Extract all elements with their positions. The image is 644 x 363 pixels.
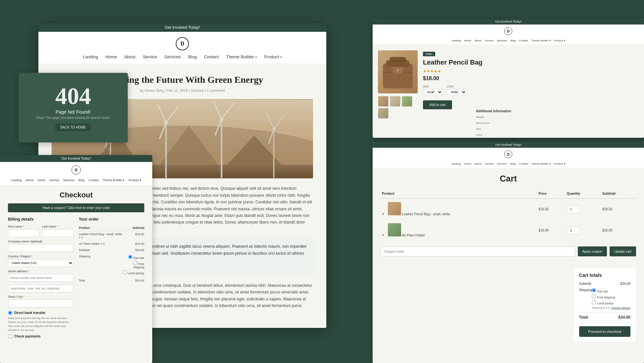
local-pickup-radio[interactable]	[122, 270, 127, 274]
order-shipping-label: Shipping	[79, 253, 122, 278]
proceed-to-checkout-button[interactable]: Proceed to checkout	[579, 326, 630, 337]
shipping-notice: Shipping to CA. Change address	[592, 306, 630, 309]
cart-header-quantity: Quantity	[566, 189, 601, 198]
nav-link-services[interactable]: Services	[164, 54, 181, 59]
nav-link-service[interactable]: Service	[143, 54, 157, 59]
product-nav-blog[interactable]: Blog	[510, 39, 516, 42]
cart-nav-landing[interactable]: Landing	[451, 162, 461, 165]
cart-item-2-subtotal: $16.00	[601, 220, 636, 241]
cart-table: Product Price Quantity Subtotal × Leathe…	[381, 189, 636, 241]
first-name-label: First name *	[8, 225, 39, 228]
order-table: Product Subtotal Leather Pencil Bag - sm…	[79, 225, 144, 284]
product-thumb-3[interactable]	[402, 96, 412, 107]
cart-nav-service[interactable]: Service	[485, 162, 494, 165]
product-thumb-1[interactable]	[378, 96, 389, 107]
cart-item-2-product: × Air Plant Holder	[381, 220, 537, 241]
nav-link-product[interactable]: Product ▾	[264, 54, 282, 59]
checkout-topbar: Get Involved Today!	[0, 155, 152, 162]
cart-nav-blog[interactable]: Blog	[510, 162, 516, 165]
update-cart-button[interactable]: Update cart	[610, 246, 636, 256]
cart-nav-home[interactable]: Home	[464, 162, 471, 165]
main-tagline: Get Involved Today!	[165, 25, 200, 30]
product-thumb-2[interactable]	[390, 96, 400, 107]
cart-local-pickup-radio[interactable]	[592, 300, 596, 304]
nav-link-blog[interactable]: Blog	[188, 54, 197, 59]
nav-link-about[interactable]: About	[124, 54, 135, 59]
checkout-grid: Billing details First name * Last name *…	[8, 217, 144, 338]
product-nav-contact[interactable]: Contact	[519, 39, 528, 42]
free-shipping-radio[interactable]	[133, 261, 137, 265]
nav-link-contact[interactable]: Contact	[204, 54, 219, 59]
cart-row-1: × Leather Pencil Bag - small, white $18.…	[381, 198, 636, 220]
svg-rect-28	[390, 57, 406, 62]
checkout-nav-service[interactable]: Service	[49, 179, 59, 182]
cart-item-1-name: Leather Pencil Bag - small, white	[402, 212, 450, 216]
apply-coupon-button[interactable]: Apply coupon	[578, 246, 607, 256]
back-to-home-button[interactable]: BACK TO HOME	[55, 124, 91, 131]
product-thumbnails	[378, 96, 418, 119]
checkout-nav-product[interactable]: Product ▾	[128, 179, 141, 182]
country-select[interactable]: United States (US)	[8, 259, 73, 267]
cart-qty-2-input[interactable]	[567, 227, 580, 234]
color-select[interactable]: white	[447, 89, 467, 95]
nav-link-landing[interactable]: Landing	[83, 54, 98, 59]
checkout-logo: D	[71, 165, 81, 175]
street-input[interactable]	[8, 274, 73, 282]
cart-remove-2[interactable]: ×	[382, 233, 384, 237]
cart-item-2-image	[388, 223, 401, 236]
checkout-nav-blog[interactable]: Blog	[78, 179, 84, 182]
panel-404: 404 Page Not Found! Oops! The page you w…	[19, 73, 128, 142]
product-nav-about[interactable]: About	[475, 39, 482, 42]
add-to-cart-button[interactable]: Add to cart	[423, 100, 452, 109]
checkout-nav-landing[interactable]: Landing	[11, 179, 22, 182]
product-name: Leather Pencil Bag	[423, 58, 639, 66]
cart-nav-contact[interactable]: Contact	[519, 162, 528, 165]
coupon-input[interactable]	[381, 246, 575, 256]
check-payments-label: Check payments	[14, 335, 40, 338]
product-nav-theme[interactable]: Theme Builder ▾	[531, 39, 551, 42]
cart-subtotal-label: Subtotal	[579, 282, 591, 285]
product-thumb-4[interactable]	[378, 108, 389, 119]
first-name-input[interactable]	[8, 229, 39, 237]
product-nav-product[interactable]: Product ▾	[554, 39, 565, 42]
cart-nav-theme[interactable]: Theme Builder ▾	[531, 162, 551, 165]
company-input[interactable]	[8, 244, 73, 252]
product-nav-services[interactable]: Services	[497, 39, 507, 42]
product-nav-landing[interactable]: Landing	[451, 39, 461, 42]
cart-nav-services[interactable]: Services	[497, 162, 507, 165]
last-name-label: Last name *	[42, 225, 73, 228]
cart-logo: D	[504, 150, 512, 158]
checkout-nav-about[interactable]: About	[37, 179, 45, 182]
additional-info-title: Additional information	[476, 109, 639, 113]
order-subtotal-header: Subtotal	[122, 225, 144, 231]
flat-rate-radio[interactable]	[128, 255, 132, 259]
cart-nav-product[interactable]: Product ▾	[554, 162, 565, 165]
payment-description: Make your payment directly into our bank…	[8, 316, 73, 332]
cart-flat-rate-radio[interactable]	[592, 288, 596, 292]
coupon-row: Apply coupon Update cart	[381, 246, 636, 256]
change-address-link[interactable]: Change address	[611, 306, 630, 309]
city-input[interactable]	[8, 299, 73, 307]
cart-remove-1[interactable]: ×	[382, 212, 384, 216]
checkout-nav-theme[interactable]: Theme Builder ▾	[103, 179, 124, 182]
cart-header-product: Product	[381, 189, 537, 198]
product-nav-service[interactable]: Service	[485, 39, 494, 42]
cart-qty-1-input[interactable]	[567, 205, 580, 213]
cart-nav-about[interactable]: About	[475, 162, 482, 165]
nav-link-theme-builder[interactable]: Theme Builder ▾	[226, 54, 257, 59]
checkout-nav-home[interactable]: Home	[25, 179, 33, 182]
cart-item-1-subtotal: $18.00	[601, 198, 636, 220]
last-name-input[interactable]	[42, 229, 73, 237]
checkout-nav-services[interactable]: Services	[63, 179, 75, 182]
nav-link-home[interactable]: Home	[105, 54, 117, 59]
size-select[interactable]: small	[423, 89, 443, 95]
coupon-bar[interactable]: Have a coupon? Click here to enter your …	[8, 203, 144, 212]
direct-bank-radio[interactable]	[8, 311, 12, 315]
color-option-label: Color	[447, 85, 467, 88]
product-nav-home[interactable]: Home	[464, 39, 471, 42]
check-payments-radio[interactable]	[8, 334, 12, 338]
cart-free-shipping-radio[interactable]	[592, 294, 596, 298]
apt-input[interactable]	[8, 285, 73, 292]
checkout-nav-contact[interactable]: Contact	[88, 179, 99, 182]
street-label: Street address *	[8, 270, 73, 273]
